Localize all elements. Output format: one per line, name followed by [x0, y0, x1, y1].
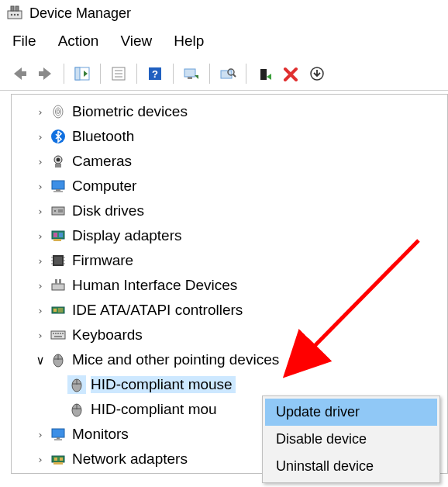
update-driver-button[interactable] [251, 62, 277, 85]
tree-child-label: HID-compliant mouse [91, 376, 236, 393]
device-manager-icon [6, 5, 23, 22]
ctx-disable-device[interactable]: Disable device [265, 426, 437, 453]
firmware-icon [49, 251, 67, 270]
svg-rect-61 [62, 333, 64, 334]
tree-item-hid[interactable]: ›Human Interface Devices [12, 273, 447, 298]
tree-item-label: IDE ATA/ATAPI controllers [72, 302, 243, 319]
keyboard-icon [49, 326, 67, 344]
chevron-right-icon[interactable]: › [33, 305, 47, 316]
back-button[interactable] [6, 62, 33, 85]
chevron-right-icon[interactable]: › [33, 181, 47, 192]
svg-rect-73 [57, 437, 60, 439]
svg-rect-1 [11, 6, 14, 11]
svg-rect-21 [260, 69, 267, 80]
mouse-icon [67, 375, 86, 394]
svg-point-25 [57, 110, 60, 114]
menu-file[interactable]: File [12, 33, 36, 50]
ctx-update-driver[interactable]: Update driver [265, 399, 437, 426]
svg-rect-60 [60, 333, 61, 334]
menu-view[interactable]: View [120, 33, 152, 50]
tree-item-camera[interactable]: ›Cameras [12, 149, 447, 174]
tree-item-label: Cameras [72, 153, 132, 170]
svg-rect-7 [39, 71, 45, 76]
tree-child-item[interactable]: HID-compliant mouse [12, 372, 447, 397]
chevron-right-icon[interactable]: › [33, 280, 47, 292]
chevron-right-icon[interactable]: › [33, 429, 47, 440]
tree-child-label: HID-compliant mou [91, 401, 217, 418]
menu-action[interactable]: Action [58, 33, 99, 50]
svg-rect-18 [221, 71, 232, 78]
svg-text:?: ? [152, 68, 158, 80]
chevron-right-icon[interactable]: › [33, 156, 47, 168]
chevron-right-icon[interactable]: › [33, 454, 47, 465]
chevron-right-icon[interactable]: › [33, 330, 47, 341]
show-hide-tree-button[interactable] [69, 62, 95, 85]
tree-item-mouse[interactable]: ∨Mice and other pointing devices [12, 347, 447, 372]
svg-point-4 [14, 14, 16, 16]
svg-rect-76 [54, 458, 57, 461]
svg-rect-78 [53, 462, 63, 465]
svg-rect-17 [188, 77, 192, 79]
display-adapter-icon [49, 226, 67, 245]
chevron-right-icon[interactable]: › [33, 206, 47, 217]
tree-item-computer[interactable]: ›Computer [12, 174, 447, 199]
ide-icon [49, 301, 67, 319]
tree-item-bluetooth[interactable]: ›Bluetooth [12, 124, 447, 149]
chevron-right-icon[interactable]: › [33, 106, 47, 118]
tree-item-display-adapter[interactable]: ›Display adapters [12, 223, 447, 248]
svg-rect-48 [52, 284, 64, 290]
uninstall-button[interactable] [304, 62, 330, 85]
tree-item-label: Computer [72, 178, 136, 195]
chevron-right-icon[interactable]: › [33, 131, 47, 143]
menubar: File Action View Help [0, 25, 448, 59]
tree-item-fingerprint[interactable]: ›Biometric devices [12, 99, 447, 124]
disk-icon [49, 202, 67, 220]
svg-rect-72 [52, 429, 64, 437]
mouse-icon [49, 351, 67, 369]
window-title: Device Manager [29, 5, 131, 22]
svg-point-23 [53, 105, 63, 118]
fingerprint-icon [49, 102, 67, 121]
find-button[interactable] [215, 62, 241, 85]
forward-button[interactable] [33, 62, 59, 85]
svg-line-20 [233, 74, 236, 77]
chevron-down-icon[interactable]: ∨ [33, 353, 47, 368]
svg-rect-57 [53, 333, 54, 334]
svg-point-34 [54, 210, 56, 212]
tree-item-label: Firmware [72, 252, 133, 269]
svg-rect-74 [54, 439, 62, 440]
help-button[interactable]: ? [142, 62, 168, 85]
remove-button[interactable] [277, 62, 304, 85]
svg-rect-39 [53, 239, 61, 241]
tree-item-label: Mice and other pointing devices [72, 351, 279, 368]
svg-rect-30 [52, 181, 64, 189]
tree-item-ide[interactable]: ›IDE ATA/ATAPI controllers [12, 298, 447, 323]
context-menu: Update driver Disable device Uninstall d… [262, 395, 440, 483]
svg-rect-62 [54, 336, 62, 337]
tree-item-label: Biometric devices [72, 103, 188, 120]
monitor-icon [49, 425, 67, 444]
svg-rect-6 [20, 71, 26, 76]
svg-rect-35 [58, 209, 63, 212]
tree-item-keyboard[interactable]: ›Keyboards [12, 323, 447, 347]
svg-rect-38 [59, 233, 63, 237]
svg-rect-77 [60, 458, 63, 461]
chevron-right-icon[interactable]: › [33, 230, 47, 242]
svg-rect-16 [184, 69, 195, 77]
tree-item-disk[interactable]: ›Disk drives [12, 199, 447, 223]
scan-hardware-button[interactable] [178, 62, 205, 85]
chevron-right-icon[interactable]: › [33, 255, 47, 267]
svg-rect-49 [55, 279, 57, 284]
tree-item-label: Bluetooth [72, 128, 134, 145]
tree-item-label: Human Interface Devices [72, 277, 237, 294]
tree-item-label: Disk drives [72, 202, 144, 219]
ctx-uninstall-device[interactable]: Uninstall device [265, 453, 437, 480]
menu-help[interactable]: Help [174, 33, 204, 50]
tree-item-label: Monitors [72, 426, 129, 443]
tree-item-label: Display adapters [72, 227, 182, 244]
hid-icon [49, 276, 67, 295]
bluetooth-icon [49, 127, 67, 146]
tree-item-firmware[interactable]: ›Firmware [12, 248, 447, 273]
properties-button[interactable] [105, 62, 132, 85]
svg-point-24 [56, 108, 61, 116]
